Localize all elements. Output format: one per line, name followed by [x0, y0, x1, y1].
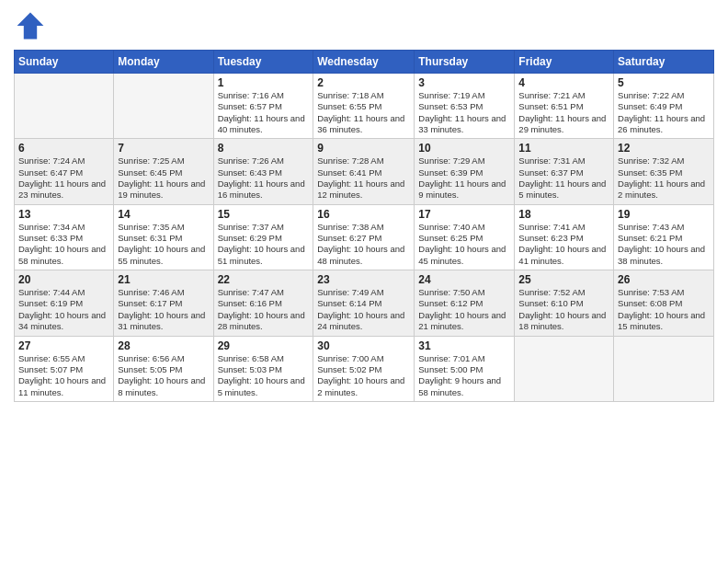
day-number: 15: [218, 208, 310, 221]
day-detail: Sunrise: 7:24 AM Sunset: 6:47 PM Dayligh…: [18, 155, 109, 201]
day-detail: Sunrise: 7:29 AM Sunset: 6:39 PM Dayligh…: [418, 155, 510, 201]
day-detail: Sunrise: 7:28 AM Sunset: 6:41 PM Dayligh…: [317, 155, 410, 201]
day-detail: Sunrise: 7:50 AM Sunset: 6:12 PM Dayligh…: [418, 287, 510, 332]
calendar-cell: 9Sunrise: 7:28 AM Sunset: 6:41 PM Daylig…: [313, 139, 415, 204]
calendar-cell: 20Sunrise: 7:44 AM Sunset: 6:19 PM Dayli…: [15, 270, 114, 336]
day-number: 10: [418, 142, 510, 155]
calendar-cell: 8Sunrise: 7:26 AM Sunset: 6:43 PM Daylig…: [213, 139, 313, 204]
weekday-header-monday: Monday: [114, 51, 213, 74]
calendar-cell: 24Sunrise: 7:50 AM Sunset: 6:12 PM Dayli…: [415, 270, 515, 336]
header: [14, 9, 714, 42]
calendar-cell: 14Sunrise: 7:35 AM Sunset: 6:31 PM Dayli…: [114, 204, 213, 270]
calendar-cell: 15Sunrise: 7:37 AM Sunset: 6:29 PM Dayli…: [213, 204, 313, 270]
day-detail: Sunrise: 7:40 AM Sunset: 6:25 PM Dayligh…: [418, 222, 510, 267]
day-number: 16: [317, 208, 410, 221]
day-number: 12: [618, 142, 710, 155]
day-number: 8: [218, 142, 310, 155]
calendar-cell: 6Sunrise: 7:24 AM Sunset: 6:47 PM Daylig…: [15, 139, 114, 204]
calendar-cell: 17Sunrise: 7:40 AM Sunset: 6:25 PM Dayli…: [415, 204, 515, 270]
day-detail: Sunrise: 7:46 AM Sunset: 6:17 PM Dayligh…: [118, 287, 209, 332]
day-detail: Sunrise: 7:00 AM Sunset: 5:02 PM Dayligh…: [317, 353, 410, 398]
day-number: 13: [18, 208, 109, 221]
day-number: 2: [317, 76, 410, 89]
calendar-cell: 7Sunrise: 7:25 AM Sunset: 6:45 PM Daylig…: [114, 139, 213, 204]
calendar-cell: 28Sunrise: 6:56 AM Sunset: 5:05 PM Dayli…: [114, 336, 213, 401]
day-detail: Sunrise: 7:47 AM Sunset: 6:16 PM Dayligh…: [218, 287, 310, 332]
day-number: 7: [118, 142, 209, 155]
calendar-cell: [515, 336, 614, 401]
day-detail: Sunrise: 7:18 AM Sunset: 6:55 PM Dayligh…: [317, 90, 410, 135]
day-number: 5: [618, 76, 710, 89]
calendar-cell: 4Sunrise: 7:21 AM Sunset: 6:51 PM Daylig…: [515, 74, 614, 139]
day-detail: Sunrise: 7:22 AM Sunset: 6:49 PM Dayligh…: [618, 90, 710, 135]
day-number: 21: [118, 273, 209, 286]
logo-icon: [14, 9, 47, 42]
calendar-cell: 12Sunrise: 7:32 AM Sunset: 6:35 PM Dayli…: [614, 139, 714, 204]
day-detail: Sunrise: 7:37 AM Sunset: 6:29 PM Dayligh…: [218, 222, 310, 267]
day-number: 23: [317, 273, 410, 286]
calendar-cell: 25Sunrise: 7:52 AM Sunset: 6:10 PM Dayli…: [515, 270, 614, 336]
calendar-cell: 16Sunrise: 7:38 AM Sunset: 6:27 PM Dayli…: [313, 204, 415, 270]
day-number: 19: [618, 208, 710, 221]
calendar-cell: 23Sunrise: 7:49 AM Sunset: 6:14 PM Dayli…: [313, 270, 415, 336]
calendar-cell: 18Sunrise: 7:41 AM Sunset: 6:23 PM Dayli…: [515, 204, 614, 270]
day-detail: Sunrise: 7:19 AM Sunset: 6:53 PM Dayligh…: [418, 90, 510, 135]
calendar-cell: [114, 74, 213, 139]
day-number: 6: [18, 142, 109, 155]
weekday-header-thursday: Thursday: [415, 51, 515, 74]
day-number: 29: [218, 339, 310, 352]
calendar-cell: 10Sunrise: 7:29 AM Sunset: 6:39 PM Dayli…: [415, 139, 515, 204]
day-number: 17: [418, 208, 510, 221]
calendar-cell: 22Sunrise: 7:47 AM Sunset: 6:16 PM Dayli…: [213, 270, 313, 336]
day-detail: Sunrise: 6:58 AM Sunset: 5:03 PM Dayligh…: [218, 353, 310, 398]
day-detail: Sunrise: 7:52 AM Sunset: 6:10 PM Dayligh…: [518, 287, 609, 332]
day-number: 9: [317, 142, 410, 155]
calendar-week-row: 1Sunrise: 7:16 AM Sunset: 6:57 PM Daylig…: [15, 74, 714, 139]
day-detail: Sunrise: 7:01 AM Sunset: 5:00 PM Dayligh…: [418, 353, 510, 398]
day-detail: Sunrise: 7:21 AM Sunset: 6:51 PM Dayligh…: [518, 90, 609, 135]
calendar-cell: 3Sunrise: 7:19 AM Sunset: 6:53 PM Daylig…: [415, 74, 515, 139]
calendar-cell: 21Sunrise: 7:46 AM Sunset: 6:17 PM Dayli…: [114, 270, 213, 336]
logo: [14, 9, 49, 42]
calendar-cell: 27Sunrise: 6:55 AM Sunset: 5:07 PM Dayli…: [15, 336, 114, 401]
day-number: 30: [317, 339, 410, 352]
day-number: 28: [118, 339, 209, 352]
day-detail: Sunrise: 7:43 AM Sunset: 6:21 PM Dayligh…: [618, 222, 710, 267]
day-detail: Sunrise: 7:16 AM Sunset: 6:57 PM Dayligh…: [218, 90, 310, 135]
calendar-cell: 19Sunrise: 7:43 AM Sunset: 6:21 PM Dayli…: [614, 204, 714, 270]
calendar-cell: 11Sunrise: 7:31 AM Sunset: 6:37 PM Dayli…: [515, 139, 614, 204]
calendar-week-row: 13Sunrise: 7:34 AM Sunset: 6:33 PM Dayli…: [15, 204, 714, 270]
day-detail: Sunrise: 7:34 AM Sunset: 6:33 PM Dayligh…: [18, 222, 109, 267]
day-number: 31: [418, 339, 510, 352]
day-detail: Sunrise: 7:49 AM Sunset: 6:14 PM Dayligh…: [317, 287, 410, 332]
calendar-cell: 30Sunrise: 7:00 AM Sunset: 5:02 PM Dayli…: [313, 336, 415, 401]
svg-marker-0: [17, 13, 44, 40]
day-number: 18: [518, 208, 609, 221]
day-detail: Sunrise: 7:26 AM Sunset: 6:43 PM Dayligh…: [218, 155, 310, 201]
day-detail: Sunrise: 7:41 AM Sunset: 6:23 PM Dayligh…: [518, 222, 609, 267]
calendar-cell: 29Sunrise: 6:58 AM Sunset: 5:03 PM Dayli…: [213, 336, 313, 401]
calendar-cell: 5Sunrise: 7:22 AM Sunset: 6:49 PM Daylig…: [614, 74, 714, 139]
day-detail: Sunrise: 7:25 AM Sunset: 6:45 PM Dayligh…: [118, 155, 209, 201]
calendar-week-row: 6Sunrise: 7:24 AM Sunset: 6:47 PM Daylig…: [15, 139, 714, 204]
weekday-header-saturday: Saturday: [614, 51, 714, 74]
weekday-header-sunday: Sunday: [15, 51, 114, 74]
weekday-header-wednesday: Wednesday: [313, 51, 415, 74]
calendar-week-row: 20Sunrise: 7:44 AM Sunset: 6:19 PM Dayli…: [15, 270, 714, 336]
weekday-header-friday: Friday: [515, 51, 614, 74]
calendar-cell: [15, 74, 114, 139]
calendar-cell: 31Sunrise: 7:01 AM Sunset: 5:00 PM Dayli…: [415, 336, 515, 401]
day-number: 27: [18, 339, 109, 352]
day-detail: Sunrise: 7:32 AM Sunset: 6:35 PM Dayligh…: [618, 155, 710, 201]
day-number: 14: [118, 208, 209, 221]
calendar-cell: [614, 336, 714, 401]
day-number: 1: [218, 76, 310, 89]
day-number: 4: [518, 76, 609, 89]
day-detail: Sunrise: 7:35 AM Sunset: 6:31 PM Dayligh…: [118, 222, 209, 267]
day-detail: Sunrise: 7:53 AM Sunset: 6:08 PM Dayligh…: [618, 287, 710, 332]
day-number: 20: [18, 273, 109, 286]
calendar-cell: 13Sunrise: 7:34 AM Sunset: 6:33 PM Dayli…: [15, 204, 114, 270]
day-detail: Sunrise: 7:44 AM Sunset: 6:19 PM Dayligh…: [18, 287, 109, 332]
day-number: 3: [418, 76, 510, 89]
day-number: 22: [218, 273, 310, 286]
